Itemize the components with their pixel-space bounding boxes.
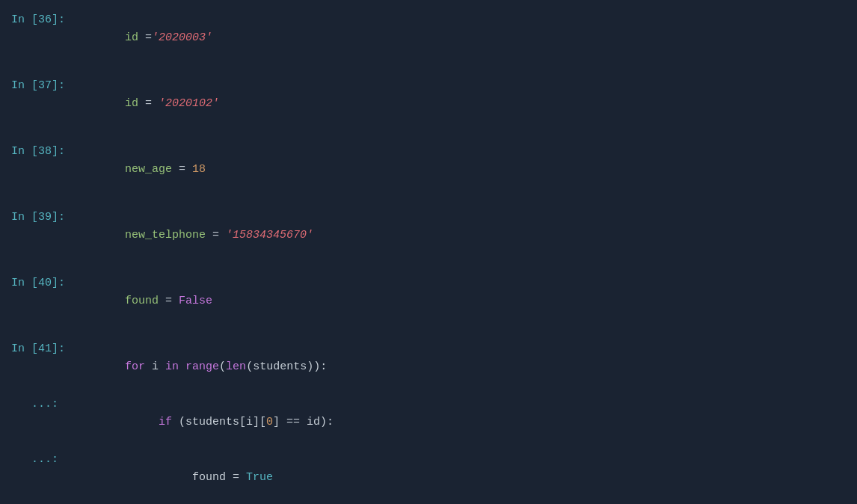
var-new-telphone: new_telphone: [125, 229, 206, 242]
code-41-3: found = True: [71, 451, 273, 504]
prompt-36: In [36]:: [11, 11, 71, 29]
cell-36-line: In [36]: id ='2020003': [0, 10, 857, 66]
cell-38-line: In [38]: new_age = 18: [0, 142, 857, 197]
code-41-2: if (students[i][0] == id):: [71, 396, 334, 449]
cell-39: In [39]: new_telphone = '15834345670': [0, 205, 857, 266]
var-new-age: new_age: [125, 163, 172, 176]
cell-41-line1: In [41]: for i in range(len(students)):: [0, 339, 857, 395]
code-41-1: for i in range(len(students)):: [71, 340, 327, 394]
kw-len: len: [226, 360, 246, 373]
cell-40-line: In [40]: found = False: [0, 274, 857, 329]
kw-in: in: [165, 360, 179, 373]
var-found: found: [125, 295, 159, 307]
cell-41-line3: ...: found = True: [0, 450, 857, 504]
num-18: 18: [192, 163, 206, 176]
prompt-38: In [38]:: [11, 143, 71, 161]
bool-false: False: [179, 295, 212, 307]
cont-41-3: ...:: [11, 451, 71, 469]
code-39: new_telphone = '15834345670': [71, 209, 313, 262]
kw-range: range: [185, 360, 219, 373]
cont-41-2: ...:: [11, 396, 71, 414]
prompt-37: In [37]:: [11, 77, 71, 95]
str-id-val: '2020003': [152, 31, 212, 44]
cell-41-line2: ...: if (students[i][0] == id):: [0, 395, 857, 450]
bool-true: True: [246, 471, 273, 484]
cell-40: In [40]: found = False: [0, 271, 857, 332]
code-40: found = False: [71, 274, 212, 328]
cell-38: In [38]: new_age = 18: [0, 139, 857, 200]
prompt-41: In [41]:: [11, 340, 71, 358]
cell-37-line: In [37]: id = '2020102': [0, 76, 857, 132]
notebook: In [36]: id ='2020003' In [37]: id = '20…: [0, 0, 857, 504]
code-36: id ='2020003': [71, 11, 212, 65]
code-37: id = '2020102': [71, 77, 219, 131]
cell-39-line: In [39]: new_telphone = '15834345670': [0, 208, 857, 263]
cell-41: In [41]: for i in range(len(students)): …: [0, 336, 857, 504]
cell-36: In [36]: id ='2020003': [0, 7, 857, 69]
kw-for: for: [125, 360, 145, 373]
var-id: id: [125, 31, 138, 44]
cell-37: In [37]: id = '2020102': [0, 73, 857, 135]
code-38: new_age = 18: [71, 143, 206, 197]
prompt-40: In [40]:: [11, 274, 71, 292]
str-id-val2: '2020102': [159, 97, 219, 110]
kw-if: if: [159, 416, 172, 428]
var-id2: id: [125, 97, 138, 110]
str-telphone: '15834345670': [226, 229, 313, 242]
prompt-39: In [39]:: [11, 209, 71, 227]
